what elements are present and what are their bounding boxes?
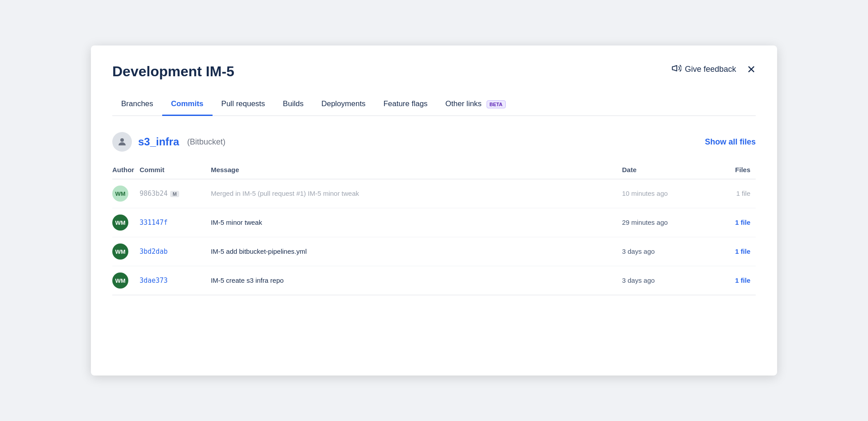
commit-files[interactable]: 1 file — [735, 277, 750, 284]
author-cell: WM — [112, 179, 139, 208]
commits-body: WM 9863b24M Merged in IM-5 (pull request… — [112, 179, 756, 295]
author-avatar: WM — [112, 215, 128, 231]
commit-message: Merged in IM-5 (pull request #1) IM-5 mi… — [211, 190, 359, 197]
tab-commits[interactable]: Commits — [162, 94, 213, 116]
date-cell: 10 minutes ago — [622, 179, 711, 208]
message-cell: IM-5 add bitbucket-pipelines.yml — [211, 237, 622, 266]
repo-name: s3_infra — [138, 136, 179, 148]
author-avatar: WM — [112, 186, 128, 202]
table-row: WM 3bd2dab IM-5 add bitbucket-pipelines.… — [112, 237, 756, 266]
commit-hash-link[interactable]: 3dae373 — [139, 277, 168, 285]
table-row: WM 3dae373 IM-5 create s3 infra repo 3 d… — [112, 266, 756, 295]
modal-header: Development IM-5 Give feedback ✕ — [112, 63, 756, 80]
date-cell: 29 minutes ago — [622, 208, 711, 237]
files-cell: 1 file — [711, 266, 756, 295]
commit-cell: 9863b24M — [139, 179, 211, 208]
col-header-message: Message — [211, 162, 622, 179]
commit-files: 1 file — [736, 190, 750, 197]
show-all-files-button[interactable]: Show all files — [705, 137, 756, 147]
commit-date: 29 minutes ago — [622, 219, 668, 226]
give-feedback-button[interactable]: Give feedback — [671, 63, 736, 75]
commit-files[interactable]: 1 file — [735, 248, 750, 255]
tab-builds[interactable]: Builds — [274, 94, 312, 116]
files-cell: 1 file — [711, 179, 756, 208]
svg-point-0 — [120, 138, 124, 142]
tabs-nav: Branches Commits Pull requests Builds De… — [112, 94, 756, 116]
commit-hash-link[interactable]: 331147f — [139, 219, 168, 227]
author-cell: WM — [112, 266, 139, 295]
message-cell: IM-5 minor tweak — [211, 208, 622, 237]
files-cell: 1 file — [711, 237, 756, 266]
author-avatar: WM — [112, 272, 128, 289]
repo-header: s3_infra (Bitbucket) Show all files — [112, 132, 756, 152]
date-cell: 3 days ago — [622, 266, 711, 295]
col-header-files: Files — [711, 162, 756, 179]
commit-message: IM-5 create s3 infra repo — [211, 277, 283, 284]
commit-cell: 3dae373 — [139, 266, 211, 295]
table-row: WM 9863b24M Merged in IM-5 (pull request… — [112, 179, 756, 208]
commit-files[interactable]: 1 file — [735, 219, 750, 226]
tab-pull-requests[interactable]: Pull requests — [213, 94, 274, 116]
close-button[interactable]: ✕ — [747, 64, 756, 75]
merge-badge: M — [170, 191, 179, 197]
tab-feature-flags[interactable]: Feature flags — [374, 94, 436, 116]
megaphone-icon — [671, 63, 681, 75]
col-header-date: Date — [622, 162, 711, 179]
modal-title: Development IM-5 — [112, 63, 234, 80]
repo-info: s3_infra (Bitbucket) — [112, 132, 225, 152]
commit-hash-link[interactable]: 9863b24 — [139, 190, 168, 198]
author-avatar: WM — [112, 244, 128, 260]
repo-source: (Bitbucket) — [187, 137, 225, 147]
files-cell: 1 file — [711, 208, 756, 237]
commit-cell: 331147f — [139, 208, 211, 237]
header-actions: Give feedback ✕ — [671, 63, 756, 75]
message-cell: Merged in IM-5 (pull request #1) IM-5 mi… — [211, 179, 622, 208]
feedback-label: Give feedback — [685, 65, 736, 74]
tab-other-links[interactable]: Other links BETA — [437, 94, 515, 116]
modal: Development IM-5 Give feedback ✕ Branche… — [91, 45, 777, 376]
author-cell: WM — [112, 208, 139, 237]
col-header-author: Author — [112, 162, 139, 179]
commit-message: IM-5 add bitbucket-pipelines.yml — [211, 248, 307, 255]
commit-hash-link[interactable]: 3bd2dab — [139, 248, 168, 256]
beta-badge: BETA — [487, 100, 506, 108]
repo-avatar — [112, 132, 132, 152]
close-icon: ✕ — [747, 63, 756, 75]
commit-date: 3 days ago — [622, 248, 655, 255]
tab-branches[interactable]: Branches — [112, 94, 162, 116]
author-cell: WM — [112, 237, 139, 266]
repo-section: s3_infra (Bitbucket) Show all files Auth… — [112, 132, 756, 295]
commit-cell: 3bd2dab — [139, 237, 211, 266]
table-row: WM 331147f IM-5 minor tweak 29 minutes a… — [112, 208, 756, 237]
tab-deployments[interactable]: Deployments — [312, 94, 374, 116]
commits-table: Author Commit Message Date Files WM 9863… — [112, 162, 756, 295]
commit-date: 10 minutes ago — [622, 190, 668, 197]
col-header-commit: Commit — [139, 162, 211, 179]
message-cell: IM-5 create s3 infra repo — [211, 266, 622, 295]
commit-date: 3 days ago — [622, 277, 655, 284]
commit-message: IM-5 minor tweak — [211, 219, 262, 226]
date-cell: 3 days ago — [622, 237, 711, 266]
table-header: Author Commit Message Date Files — [112, 162, 756, 179]
